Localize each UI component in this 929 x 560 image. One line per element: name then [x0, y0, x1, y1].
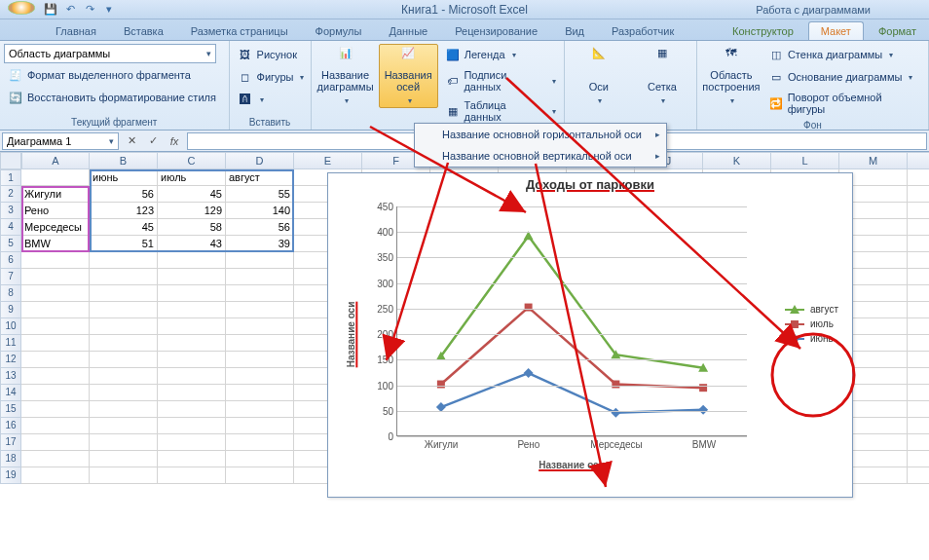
row-header[interactable]: 6 — [0, 252, 21, 269]
cell[interactable] — [226, 252, 294, 269]
gridlines-button[interactable]: ▦Сетка — [632, 44, 692, 108]
cell[interactable]: 56 — [90, 186, 158, 203]
plot-area[interactable]: 050100150200250300350400450ЖигулиРеноМер… — [396, 206, 747, 436]
insert-shapes-button[interactable]: ◻Фигуры — [234, 66, 309, 88]
col-header[interactable]: C — [158, 152, 226, 169]
col-header[interactable]: N — [908, 152, 929, 169]
cell[interactable]: 123 — [90, 203, 158, 219]
cell[interactable] — [908, 401, 929, 418]
cell[interactable] — [158, 352, 226, 368]
cell[interactable]: 43 — [158, 236, 226, 252]
cell[interactable] — [21, 434, 90, 451]
enter-icon[interactable]: ✓ — [144, 132, 162, 150]
plot-area-button[interactable]: 🗺Область построения — [701, 44, 762, 108]
tab-design[interactable]: Конструктор — [720, 21, 806, 40]
data-table-button[interactable]: ▦Таблица данных — [441, 96, 560, 126]
cell[interactable] — [90, 418, 158, 434]
submenu-horiz-axis-title[interactable]: Название основной горизонтальной оси — [415, 124, 666, 145]
legend-item[interactable]: июнь — [785, 333, 838, 344]
name-box[interactable]: Диаграмма 1 — [2, 132, 119, 150]
cell[interactable] — [908, 252, 929, 269]
axis-titles-button[interactable]: 📈Названия осей — [379, 44, 438, 108]
col-header[interactable]: M — [839, 152, 908, 169]
cell[interactable] — [908, 236, 929, 252]
tab-chart-layout[interactable]: Макет — [808, 21, 864, 40]
cell[interactable] — [21, 368, 90, 385]
cell[interactable] — [158, 434, 226, 451]
cell[interactable] — [21, 385, 90, 401]
cell[interactable] — [90, 285, 158, 302]
cancel-icon[interactable]: ✕ — [123, 132, 140, 150]
row-header[interactable]: 5 — [0, 236, 21, 252]
cell[interactable] — [21, 352, 90, 368]
cell[interactable] — [158, 269, 226, 285]
cell[interactable] — [21, 418, 90, 434]
row-header[interactable]: 14 — [0, 385, 21, 401]
row-header[interactable]: 1 — [0, 169, 21, 186]
cell[interactable] — [226, 335, 294, 352]
tab-developer[interactable]: Разработчик — [599, 21, 687, 40]
chart-floor-button[interactable]: ▭Основание диаграммы — [764, 66, 924, 88]
tab-home[interactable]: Главная — [43, 21, 109, 40]
cell[interactable] — [226, 418, 294, 434]
cell[interactable] — [90, 368, 158, 385]
row-header[interactable]: 12 — [0, 352, 21, 368]
cell[interactable] — [90, 401, 158, 418]
row-header[interactable]: 17 — [0, 434, 21, 451]
cell[interactable] — [226, 318, 294, 335]
cell[interactable] — [21, 335, 90, 352]
cell[interactable]: 58 — [158, 219, 226, 236]
cell[interactable]: 51 — [90, 236, 158, 252]
undo-icon[interactable]: ↶ — [62, 2, 78, 18]
cell[interactable]: 55 — [226, 186, 294, 203]
cell[interactable] — [21, 169, 90, 186]
cell[interactable] — [908, 302, 929, 318]
cell[interactable] — [158, 318, 226, 335]
cell[interactable] — [21, 285, 90, 302]
row-header[interactable]: 13 — [0, 368, 21, 385]
rotate-3d-button[interactable]: 🔁Поворот объемной фигуры — [764, 89, 924, 118]
submenu-vert-axis-title[interactable]: Название основной вертикальной оси — [415, 145, 666, 167]
x-axis-title[interactable]: Название оси — [539, 460, 605, 470]
cell[interactable] — [158, 302, 226, 318]
cell[interactable] — [908, 434, 929, 451]
cell[interactable]: Рено — [21, 203, 90, 219]
redo-icon[interactable]: ↷ — [82, 2, 97, 18]
cell[interactable] — [90, 335, 158, 352]
row-header[interactable]: 18 — [0, 451, 21, 467]
axes-button[interactable]: 📐Оси — [569, 44, 629, 108]
cell[interactable] — [90, 318, 158, 335]
cell[interactable] — [226, 467, 294, 484]
cell[interactable] — [90, 385, 158, 401]
row-header[interactable]: 8 — [0, 285, 21, 302]
row-header[interactable]: 10 — [0, 318, 21, 335]
cell[interactable] — [21, 302, 90, 318]
row-header[interactable]: 4 — [0, 219, 21, 236]
chart-object[interactable]: Доходы от парковки Название оси 05010015… — [327, 172, 853, 498]
row-header[interactable]: 3 — [0, 203, 21, 219]
cell[interactable] — [158, 285, 226, 302]
cell[interactable] — [158, 252, 226, 269]
cell[interactable] — [158, 385, 226, 401]
cell[interactable]: 45 — [90, 219, 158, 236]
cell[interactable] — [908, 186, 929, 203]
tab-formulas[interactable]: Формулы — [303, 21, 375, 40]
cell[interactable] — [158, 368, 226, 385]
office-button[interactable] — [8, 1, 35, 15]
tab-review[interactable]: Рецензирование — [442, 21, 550, 40]
cell[interactable] — [21, 401, 90, 418]
cell[interactable] — [158, 418, 226, 434]
fx-icon[interactable]: fx — [166, 132, 183, 150]
cell[interactable]: 39 — [226, 236, 294, 252]
cell[interactable] — [226, 401, 294, 418]
tab-format[interactable]: Формат — [866, 21, 929, 40]
insert-textbox-button[interactable]: 🅰 — [234, 89, 268, 110]
col-header[interactable]: K — [703, 152, 771, 169]
row-header[interactable]: 9 — [0, 302, 21, 318]
cell[interactable] — [90, 451, 158, 467]
col-header[interactable]: L — [771, 152, 839, 169]
cell[interactable] — [158, 451, 226, 467]
tab-insert[interactable]: Вставка — [111, 21, 176, 40]
cell[interactable] — [908, 467, 929, 484]
row-header[interactable]: 7 — [0, 269, 21, 285]
